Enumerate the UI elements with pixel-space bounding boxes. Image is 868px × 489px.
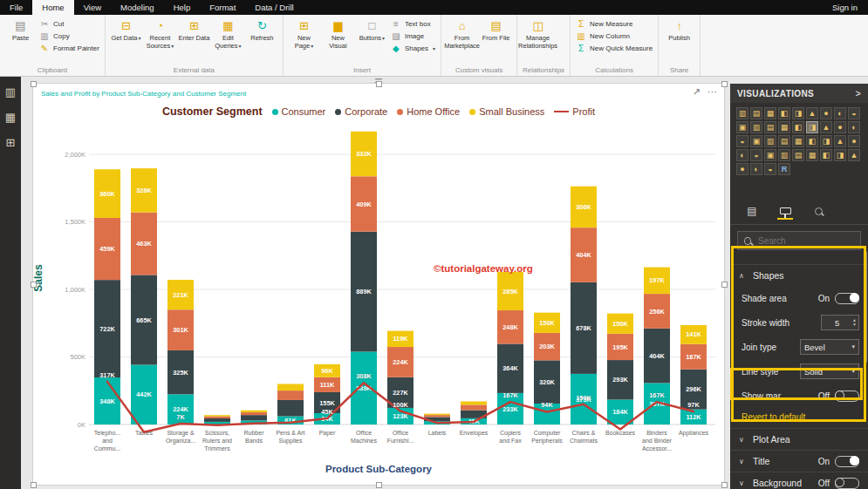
line-style-dropdown[interactable]: Solid▾ xyxy=(800,363,859,379)
new-visual-button[interactable]: ▆New Visual xyxy=(321,16,355,62)
get-data-button[interactable]: ⊟Get Data▾ xyxy=(109,16,143,62)
donut-icon[interactable]: ▲ xyxy=(820,121,832,133)
bar-segment-home-office[interactable] xyxy=(204,417,230,418)
filled-map-icon[interactable]: ◒ xyxy=(736,135,748,147)
report-view-icon[interactable]: ▥ xyxy=(3,85,18,99)
menu-tab-format[interactable]: Format xyxy=(200,0,245,15)
menu-tab-view[interactable]: View xyxy=(74,0,111,15)
custom-visual-icon[interactable]: ◐ xyxy=(750,163,762,175)
collapse-panel-icon[interactable]: > xyxy=(856,89,861,98)
qa-icon[interactable]: ▣ xyxy=(764,149,776,161)
multi-row-card-icon[interactable]: ◧ xyxy=(806,135,818,147)
bar-segment-home-office[interactable] xyxy=(277,391,304,400)
toggle-switch[interactable] xyxy=(835,478,859,489)
resize-handle[interactable] xyxy=(31,81,37,87)
resize-handle[interactable] xyxy=(721,482,728,488)
cut-button[interactable]: ✂Cut xyxy=(39,19,99,29)
paginated-report-icon[interactable]: ▦ xyxy=(806,149,818,161)
clustered-column-icon[interactable]: ◧ xyxy=(778,107,790,119)
area-chart-icon[interactable]: ◐ xyxy=(834,107,846,119)
ribbon-chart-icon[interactable]: ▥ xyxy=(750,121,762,133)
search-input[interactable] xyxy=(756,235,854,247)
line-stacked-column-icon[interactable]: ◨ xyxy=(806,121,818,133)
section-header-shapes[interactable]: ∧Shapes xyxy=(730,264,868,286)
new-measure-button[interactable]: ΣNew Measure xyxy=(576,19,653,29)
slicer-icon[interactable]: ▲ xyxy=(834,135,846,147)
image-button[interactable]: ▨Image xyxy=(391,31,435,41)
report-page[interactable]: ☰ ↗ ⋯ Sales and Profit by Product Sub-Ca… xyxy=(33,84,724,485)
analytics-tab[interactable] xyxy=(810,204,826,220)
spinner-arrows-icon[interactable]: ▲▼ xyxy=(852,318,858,327)
format-tab[interactable] xyxy=(777,204,793,220)
bar-segment-small-business[interactable] xyxy=(424,414,450,416)
stacked-column-line-chart[interactable]: 0K500K1,000K1,500K2,000K348K722K459K360K… xyxy=(38,113,719,465)
table-icon[interactable]: ● xyxy=(848,135,860,147)
bar-segment-corporate[interactable] xyxy=(204,418,230,422)
stacked-column-icon[interactable]: ▤ xyxy=(750,107,762,119)
more-options-icon[interactable]: ⋯ xyxy=(707,86,717,98)
clustered-bar-icon[interactable]: ▦ xyxy=(764,107,776,119)
section-header-background[interactable]: ∨BackgroundOff xyxy=(730,472,868,489)
resize-handle[interactable] xyxy=(376,81,382,87)
line-chart-icon[interactable]: ● xyxy=(820,107,832,119)
bar-segment-small-business[interactable] xyxy=(241,411,267,412)
kpi-icon[interactable]: ◨ xyxy=(820,135,832,147)
resize-handle[interactable] xyxy=(31,282,37,288)
shapes-button[interactable]: ◆Shapes▾ xyxy=(391,44,435,53)
card-icon[interactable]: ▦ xyxy=(792,135,804,147)
100-stacked-bar-icon[interactable]: ◨ xyxy=(792,107,804,119)
buttons-button[interactable]: □Buttons▾ xyxy=(355,16,389,62)
edit-queries-button[interactable]: ▦Edit Queries▾ xyxy=(211,16,245,62)
toggle-switch[interactable] xyxy=(835,293,859,304)
matrix-icon[interactable]: ◐ xyxy=(736,149,748,161)
from-marketplace-button[interactable]: ⌂From Marketplace xyxy=(445,16,479,62)
manage-relationships-button[interactable]: ◫Manage Relationships xyxy=(521,16,555,62)
sign-in-button[interactable]: Sign in xyxy=(822,0,868,15)
bar-segment-small-business[interactable] xyxy=(204,415,230,417)
model-view-icon[interactable]: ⊞ xyxy=(3,135,18,150)
new-column-button[interactable]: ▥New Column xyxy=(576,31,653,41)
paste-button[interactable]: ▤Paste xyxy=(3,16,38,62)
fields-tab[interactable]: ▤ xyxy=(744,204,760,220)
scatter-icon[interactable]: ▦ xyxy=(778,121,790,133)
funnel-icon[interactable]: ▥ xyxy=(764,135,776,147)
bar-segment-home-office[interactable] xyxy=(424,415,450,417)
text-box-button[interactable]: ≡Text box xyxy=(391,19,435,29)
treemap-icon[interactable]: ● xyxy=(834,121,846,133)
toggle-switch[interactable] xyxy=(835,391,859,402)
from-file-button[interactable]: ▤From File xyxy=(479,16,513,62)
menu-tab-help[interactable]: Help xyxy=(164,0,201,15)
enter-data-button[interactable]: ⊞Enter Data xyxy=(177,16,211,62)
custom-visual-icon[interactable]: ● xyxy=(736,163,748,175)
shape-map-icon[interactable]: ▣ xyxy=(750,135,762,147)
bar-segment-corporate[interactable] xyxy=(277,400,304,417)
new-page-button[interactable]: ⊞New Page▾ xyxy=(287,16,321,62)
bar-segment-small-business[interactable] xyxy=(461,401,487,404)
panel-scrollbar[interactable] xyxy=(865,251,867,363)
recent-sources-button[interactable]: ◔Recent Sources▾ xyxy=(143,16,177,62)
line-clustered-column-icon[interactable]: ▣ xyxy=(736,121,748,133)
stacked-area-icon[interactable]: ◒ xyxy=(848,107,860,119)
custom-visual-icon[interactable]: ◨ xyxy=(834,149,846,161)
menu-tab-file[interactable]: File xyxy=(0,0,32,15)
section-header-title[interactable]: ∨TitleOn xyxy=(730,450,868,472)
resize-handle[interactable] xyxy=(31,482,37,488)
bar-segment-small-business[interactable] xyxy=(277,384,304,391)
data-view-icon[interactable]: ▦ xyxy=(3,110,18,125)
python-visual-icon[interactable]: ▤ xyxy=(792,149,804,161)
copy-button[interactable]: ▥Copy xyxy=(39,31,99,41)
toggle-switch[interactable] xyxy=(835,456,859,467)
new-quick-measure-button[interactable]: ΣNew Quick Measure xyxy=(576,44,653,53)
pie-icon[interactable]: ◧ xyxy=(792,121,804,133)
resize-handle[interactable] xyxy=(376,482,382,488)
refresh-button[interactable]: ↻Refresh xyxy=(245,16,279,62)
bar-segment-corporate[interactable] xyxy=(241,415,267,420)
section-header-plot-area[interactable]: ∨Plot Area xyxy=(730,428,868,450)
stroke-width-spinner[interactable]: 5▲▼ xyxy=(821,315,859,330)
resize-handle[interactable] xyxy=(721,81,728,87)
power-apps-icon[interactable]: ◧ xyxy=(820,149,832,161)
map-icon[interactable]: ◐ xyxy=(848,121,860,133)
format-search[interactable] xyxy=(737,231,861,250)
menu-tab-data-drill[interactable]: Data / Drill xyxy=(245,0,303,15)
r-script-icon[interactable]: R xyxy=(778,163,790,175)
